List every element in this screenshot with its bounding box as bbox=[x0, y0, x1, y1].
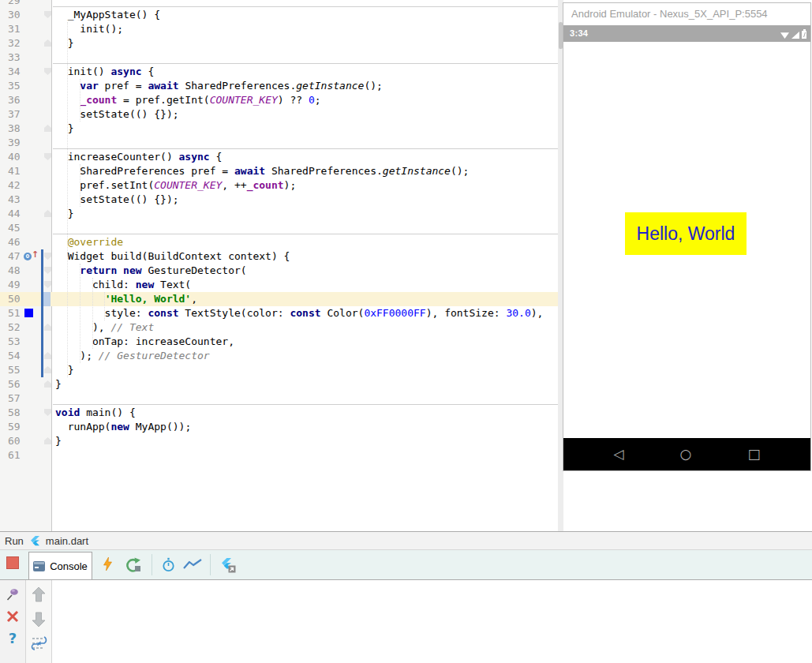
android-nav-bar: ◁ ○ □ bbox=[563, 438, 810, 470]
help-icon[interactable]: ? bbox=[9, 631, 17, 646]
code-line[interactable]: 59 runApp(new MyApp()); bbox=[0, 420, 563, 434]
console-output[interactable]: ? bbox=[0, 580, 812, 663]
code-line[interactable]: 37 setState(() {}); bbox=[0, 107, 563, 122]
code-line[interactable]: 55 } bbox=[0, 363, 563, 377]
code-line[interactable]: 52 ), // Text bbox=[0, 320, 563, 335]
indent-guide bbox=[80, 79, 80, 122]
fold-collapse-icon[interactable] bbox=[44, 267, 51, 274]
fold-end-icon[interactable] bbox=[44, 324, 51, 331]
stop-button[interactable] bbox=[6, 556, 19, 569]
performance-button[interactable] bbox=[183, 557, 203, 571]
fold-collapse-icon[interactable] bbox=[44, 11, 51, 18]
open-devtools-button[interactable] bbox=[219, 557, 237, 573]
scroll-down-icon[interactable] bbox=[31, 610, 47, 628]
run-config-name[interactable]: main.dart bbox=[46, 535, 88, 547]
console-tab-label: Console bbox=[50, 560, 88, 572]
code-line[interactable]: 42 pref.setInt(COUNTER_KEY, ++_count); bbox=[0, 178, 563, 193]
code-line[interactable]: 35 var pref = await SharedPreferences.ge… bbox=[0, 79, 563, 93]
code-line[interactable]: 49 child: new Text( bbox=[0, 278, 563, 292]
line-number: 33 bbox=[8, 51, 21, 65]
line-number: 44 bbox=[8, 207, 21, 221]
line-number: 45 bbox=[8, 221, 21, 235]
code-line[interactable]: 43 setState(() {}); bbox=[0, 193, 563, 207]
code-line[interactable]: 47o↑ Widget build(BuildContext context) … bbox=[0, 249, 563, 264]
close-icon[interactable] bbox=[6, 609, 20, 624]
code-line[interactable]: 58void main() { bbox=[0, 406, 563, 420]
fold-collapse-icon[interactable] bbox=[44, 68, 51, 75]
code-text: _MyAppState() { bbox=[55, 8, 160, 22]
indent-guide bbox=[67, 22, 68, 377]
nav-recents-icon[interactable]: □ bbox=[747, 448, 760, 461]
code-line[interactable]: 38 } bbox=[0, 122, 563, 136]
line-number: 38 bbox=[8, 122, 21, 136]
fold-collapse-icon[interactable] bbox=[44, 253, 51, 260]
line-number: 47 bbox=[8, 249, 21, 264]
nav-home-icon[interactable]: ○ bbox=[680, 448, 692, 461]
code-line[interactable]: 32 } bbox=[0, 36, 563, 51]
pin-tab-icon[interactable] bbox=[5, 586, 21, 602]
code-text: child: new Text( bbox=[55, 278, 191, 292]
code-line[interactable]: 60} bbox=[0, 434, 563, 448]
code-text: _count = pref.getInt(COUNTER_KEY) ?? 0; bbox=[55, 93, 321, 107]
toolbar-separator bbox=[210, 554, 211, 575]
battery-icon bbox=[802, 31, 806, 39]
fold-collapse-icon[interactable] bbox=[44, 153, 51, 160]
code-line[interactable]: 36 _count = pref.getInt(COUNTER_KEY) ?? … bbox=[0, 93, 563, 107]
code-line[interactable]: 53 onTap: increaseCounter, bbox=[0, 335, 563, 349]
line-number: 41 bbox=[8, 164, 21, 178]
line-number: 39 bbox=[8, 136, 21, 150]
code-text: } bbox=[55, 36, 73, 51]
code-line[interactable]: 44 } bbox=[0, 207, 563, 221]
line-number: 55 bbox=[8, 363, 21, 377]
hello-world-widget[interactable]: Hello, World bbox=[625, 212, 747, 255]
code-line[interactable]: 48 return new GestureDetector( bbox=[0, 264, 563, 278]
code-line[interactable]: 50 'Hello, World', bbox=[0, 292, 563, 306]
fold-collapse-icon[interactable] bbox=[44, 281, 51, 288]
code-text: ); // GestureDetector bbox=[55, 349, 210, 363]
fold-end-icon[interactable] bbox=[44, 39, 51, 47]
code-line[interactable]: 31 init(); bbox=[0, 22, 563, 36]
hot-restart-button[interactable] bbox=[124, 557, 143, 572]
line-number: 30 bbox=[8, 8, 21, 22]
line-number: 37 bbox=[8, 107, 21, 122]
line-number: 35 bbox=[8, 79, 21, 93]
hot-reload-button[interactable] bbox=[102, 557, 114, 571]
fold-end-icon[interactable] bbox=[44, 437, 51, 444]
code-text: } bbox=[55, 122, 73, 136]
fold-collapse-icon[interactable] bbox=[44, 409, 51, 416]
fold-end-icon[interactable] bbox=[44, 352, 51, 359]
scroll-up-icon[interactable] bbox=[31, 586, 47, 604]
line-number: 60 bbox=[8, 434, 21, 448]
code-line[interactable]: 34 init() async { bbox=[0, 65, 563, 79]
fold-end-icon[interactable] bbox=[44, 380, 51, 388]
line-number: 52 bbox=[8, 320, 21, 335]
color-preview-swatch[interactable] bbox=[24, 309, 33, 317]
code-editor[interactable]: 2930 _MyAppState() {31 init();32 }3334 i… bbox=[0, 0, 563, 531]
nav-back-icon[interactable]: ◁ bbox=[614, 448, 624, 461]
soft-wrap-icon[interactable] bbox=[30, 635, 47, 652]
code-text: runApp(new MyApp()); bbox=[55, 420, 191, 434]
overrides-method-icon[interactable]: o↑ bbox=[24, 252, 38, 261]
fold-end-icon[interactable] bbox=[44, 210, 51, 217]
console-icon bbox=[33, 561, 45, 571]
fold-end-icon[interactable] bbox=[44, 125, 51, 132]
code-line[interactable]: 61 bbox=[0, 448, 563, 463]
code-line[interactable]: 40 increaseCounter() async { bbox=[0, 150, 563, 164]
code-text: 'Hello, World', bbox=[55, 292, 197, 306]
code-line[interactable]: 46 @override bbox=[0, 235, 563, 249]
fold-end-icon[interactable] bbox=[44, 366, 51, 373]
line-number: 43 bbox=[8, 193, 21, 207]
timeline-button[interactable] bbox=[161, 557, 176, 572]
code-line[interactable]: 30 _MyAppState() { bbox=[0, 8, 563, 22]
emulator-title[interactable]: Android Emulator - Nexus_5X_API_P:5554 bbox=[563, 3, 810, 25]
indent-guide bbox=[80, 264, 80, 363]
line-number: 53 bbox=[8, 335, 21, 349]
toolbar-separator bbox=[152, 554, 152, 575]
code-line[interactable]: 56} bbox=[0, 377, 563, 391]
tab-console[interactable]: Console bbox=[28, 552, 92, 579]
code-line[interactable]: 54 ); // GestureDetector bbox=[0, 349, 563, 363]
emulator-screen[interactable]: Hello, World bbox=[563, 42, 810, 438]
console-scroll-toolbar bbox=[26, 580, 52, 663]
code-line[interactable]: 51 style: const TextStyle(color: const C… bbox=[0, 306, 563, 320]
code-line[interactable]: 41 SharedPreferences pref = await Shared… bbox=[0, 164, 563, 178]
